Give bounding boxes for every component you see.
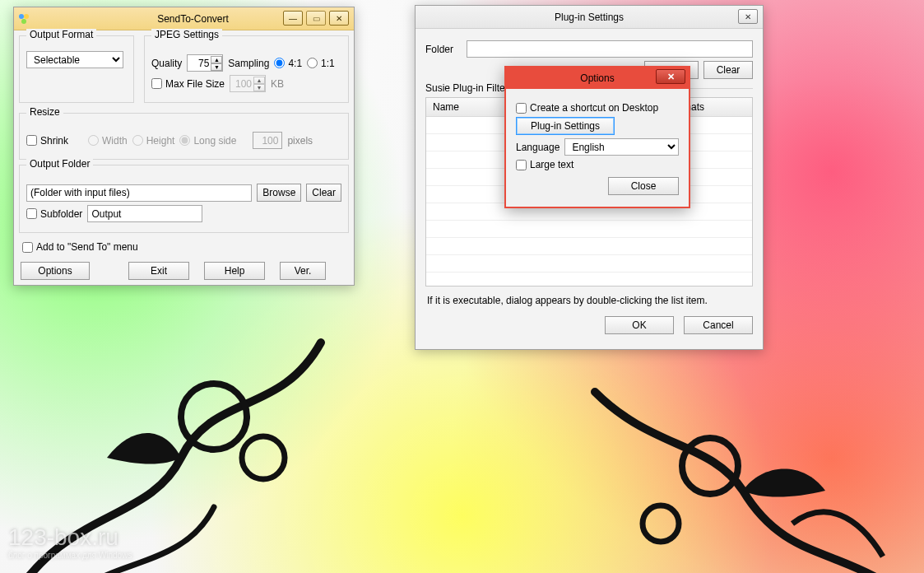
subfolder-input[interactable] bbox=[87, 205, 202, 222]
svg-point-0 bbox=[181, 384, 247, 450]
help-button[interactable]: Help bbox=[204, 262, 265, 280]
quality-label: Quality bbox=[151, 58, 182, 69]
options-close-button[interactable]: Close bbox=[608, 177, 679, 195]
resize-px-value bbox=[253, 132, 282, 149]
sampling-41-radio[interactable]: 4:1 bbox=[274, 58, 302, 69]
add-to-sendto-checkbox[interactable]: Add to "Send To" menu bbox=[22, 241, 138, 253]
plugin-ok-button[interactable]: OK bbox=[605, 316, 674, 334]
maximize-button[interactable]: ▭ bbox=[306, 11, 326, 26]
svg-point-1 bbox=[242, 436, 285, 479]
quality-value[interactable] bbox=[188, 55, 211, 71]
table-row bbox=[426, 221, 752, 238]
quality-spinner[interactable]: ▲▼ bbox=[187, 54, 223, 72]
plugin-title: Plug-in Settings bbox=[419, 12, 759, 23]
options-close-icon[interactable]: ✕ bbox=[656, 69, 685, 84]
plugin-clear-button[interactable]: Clear bbox=[703, 61, 753, 79]
exit-button[interactable]: Exit bbox=[128, 262, 189, 280]
options-button[interactable]: Options bbox=[21, 262, 90, 280]
sendto-titlebar[interactable]: SendTo-Convert — ▭ ✕ bbox=[14, 7, 354, 30]
watermark-sub: блог о программах для Windows bbox=[8, 551, 132, 560]
table-row bbox=[426, 238, 752, 255]
minimize-button[interactable]: — bbox=[283, 11, 303, 26]
width-radio: Width bbox=[88, 135, 128, 147]
height-radio: Height bbox=[132, 135, 175, 147]
folder-label: Folder bbox=[425, 44, 462, 55]
sendto-window: SendTo-Convert — ▭ ✕ Output Format Selec… bbox=[13, 7, 355, 286]
subfolder-checkbox[interactable]: Subfolder bbox=[26, 208, 82, 220]
maxfile-checkbox[interactable]: Max File Size bbox=[151, 78, 225, 90]
svg-point-2 bbox=[682, 438, 738, 494]
shortcut-checkbox[interactable]: Create a shortcut on Desktop bbox=[516, 102, 658, 114]
options-dialog: Options ✕ Create a shortcut on Desktop P… bbox=[504, 66, 690, 208]
resize-legend: Resize bbox=[26, 106, 63, 118]
svg-point-4 bbox=[19, 14, 24, 19]
maxfile-unit: KB bbox=[271, 78, 284, 90]
close-button[interactable]: ✕ bbox=[329, 11, 349, 26]
plugin-close-button[interactable]: ✕ bbox=[738, 9, 758, 24]
maxfile-spinner: ▲▼ bbox=[230, 75, 266, 92]
language-select[interactable]: English bbox=[564, 138, 679, 156]
output-format-select[interactable]: Selectable bbox=[26, 51, 123, 68]
quality-down[interactable]: ▼ bbox=[211, 63, 222, 71]
list-legend: Susie Plug-in Filter bbox=[425, 82, 508, 94]
svg-point-6 bbox=[21, 19, 26, 24]
output-format-legend: Output Format bbox=[26, 29, 96, 40]
output-folder-clear-button[interactable]: Clear bbox=[306, 184, 341, 202]
output-folder-legend: Output Folder bbox=[26, 158, 93, 170]
jpeg-legend: JPEG Settings bbox=[151, 29, 222, 40]
folder-input[interactable] bbox=[467, 40, 753, 58]
sampling-label: Sampling bbox=[228, 58, 269, 69]
ver-button[interactable]: Ver. bbox=[280, 262, 326, 280]
longside-radio: Long side bbox=[179, 135, 236, 147]
table-row bbox=[426, 255, 752, 273]
quality-up[interactable]: ▲ bbox=[211, 56, 222, 63]
output-folder-browse-button[interactable]: Browse bbox=[257, 184, 301, 202]
output-folder-path[interactable] bbox=[26, 184, 252, 202]
language-label: Language bbox=[516, 142, 560, 153]
resize-px-unit: pixels bbox=[287, 135, 313, 147]
large-text-checkbox[interactable]: Large text bbox=[516, 159, 573, 170]
plugin-settings-button[interactable]: Plug-in Settings bbox=[516, 117, 615, 135]
sampling-11-radio[interactable]: 1:1 bbox=[307, 58, 335, 69]
svg-point-5 bbox=[24, 14, 29, 19]
app-icon bbox=[17, 12, 30, 26]
plugin-titlebar[interactable]: Plug-in Settings ✕ bbox=[416, 6, 763, 29]
shrink-checkbox[interactable]: Shrink bbox=[26, 135, 68, 147]
watermark-text: 123-box.ru bbox=[8, 524, 132, 551]
options-titlebar[interactable]: Options ✕ bbox=[506, 68, 689, 89]
plugin-cancel-button[interactable]: Cancel bbox=[684, 316, 753, 334]
watermark: 123-box.ru блог о программах для Windows bbox=[8, 524, 132, 560]
plugin-note: If it is executable, dialog appears by d… bbox=[425, 286, 753, 310]
svg-point-3 bbox=[643, 505, 679, 542]
maxfile-value bbox=[230, 76, 253, 91]
